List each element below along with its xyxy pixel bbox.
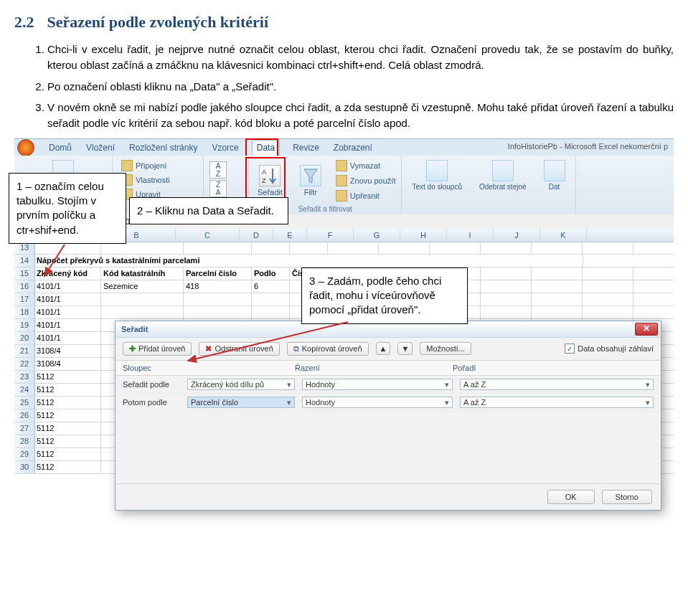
row1-column-select[interactable]: Zkrácený kód dílu pů <box>187 379 295 390</box>
col-g[interactable]: G <box>354 229 400 242</box>
cell[interactable] <box>583 242 633 254</box>
cell[interactable] <box>101 306 184 318</box>
sort-az-button[interactable]: AZ <box>209 161 227 179</box>
cell[interactable]: Parcelní číslo <box>184 267 252 280</box>
cell[interactable]: 5112 <box>34 461 101 473</box>
row-header[interactable]: 29 <box>14 448 34 461</box>
cell[interactable] <box>290 242 328 254</box>
cell[interactable] <box>184 306 252 318</box>
cell[interactable]: Sezemice <box>101 280 184 293</box>
cell[interactable]: 4101/1 <box>34 332 101 344</box>
row-header[interactable]: 28 <box>14 435 34 448</box>
cell[interactable]: 4101/1 <box>34 280 101 293</box>
cell[interactable]: 5112 <box>34 448 101 460</box>
row-header[interactable]: 23 <box>14 371 34 384</box>
cell[interactable]: 4101/1 <box>34 306 101 318</box>
cell[interactable]: 5112 <box>34 384 101 396</box>
row-header[interactable]: 20 <box>14 332 34 345</box>
cell[interactable] <box>184 293 252 305</box>
remove-duplicates-button[interactable]: Odebrat stejné <box>473 158 532 192</box>
cell[interactable] <box>532 280 583 293</box>
cell[interactable] <box>328 242 379 254</box>
row-header[interactable]: 24 <box>14 384 34 397</box>
move-down-button[interactable]: ▼ <box>397 342 413 355</box>
sort-za-button[interactable]: ZA <box>209 180 227 197</box>
tab-domu[interactable]: Domů <box>47 140 73 156</box>
row1-sorton-select[interactable]: Hodnoty <box>302 379 453 390</box>
col-k[interactable]: K <box>540 229 587 242</box>
row-header[interactable]: 27 <box>14 422 34 435</box>
cell[interactable]: 5112 <box>34 422 101 435</box>
cell[interactable] <box>101 293 184 305</box>
row-header[interactable]: 18 <box>14 306 34 319</box>
tab-rozlozeni[interactable]: Rozložení stránky <box>128 140 199 156</box>
cell[interactable]: 3108/4 <box>34 358 101 370</box>
table-title-cell[interactable]: Nápočet překryvů s katastrálními parcela… <box>34 255 583 267</box>
advanced-filter-button[interactable]: Upřesnit <box>333 189 399 203</box>
col-h[interactable]: H <box>400 229 447 242</box>
row-header[interactable]: 21 <box>14 345 34 358</box>
cell[interactable] <box>583 293 633 305</box>
cell[interactable] <box>532 242 583 254</box>
data-tools-more[interactable]: Dat <box>538 158 571 192</box>
cell[interactable]: 3108/4 <box>34 345 101 357</box>
row-header[interactable]: 22 <box>14 358 34 371</box>
cell[interactable]: 4101/1 <box>34 319 101 331</box>
cell[interactable] <box>583 267 633 280</box>
col-e[interactable]: E <box>273 229 307 242</box>
cell[interactable]: Podlo <box>252 267 290 280</box>
cell[interactable] <box>252 306 290 318</box>
properties-button[interactable]: Vlastnosti <box>118 173 197 187</box>
row-header[interactable]: 17 <box>14 293 34 306</box>
cell[interactable]: 5112 <box>34 435 101 447</box>
cell[interactable] <box>481 293 532 305</box>
cell[interactable] <box>430 242 481 254</box>
row2-order-select[interactable]: A až Z <box>460 397 654 408</box>
cell[interactable]: 5112 <box>34 409 101 422</box>
cell[interactable]: 4101/1 <box>34 293 101 305</box>
row-header[interactable]: 25 <box>14 397 34 409</box>
col-d[interactable]: D <box>240 229 273 242</box>
cell[interactable]: 5112 <box>34 397 101 409</box>
cell[interactable] <box>252 293 290 305</box>
cell[interactable]: 5112 <box>34 371 101 383</box>
tab-vzorce[interactable]: Vzorce <box>210 140 240 156</box>
copy-level-button[interactable]: ⧉ Kopírovat úroveň <box>287 342 369 356</box>
close-icon[interactable]: ✕ <box>635 323 658 336</box>
row1-order-select[interactable]: A až Z <box>460 379 654 390</box>
move-up-button[interactable]: ▲ <box>376 342 391 355</box>
ok-button[interactable]: OK <box>547 490 595 504</box>
row2-sorton-select[interactable]: Hodnoty <box>302 397 453 408</box>
cell[interactable] <box>532 306 583 318</box>
office-button-icon[interactable] <box>17 139 34 156</box>
cell[interactable]: 418 <box>184 280 252 293</box>
reapply-filter-button[interactable]: Znovu použít <box>333 174 399 188</box>
row-header[interactable]: 19 <box>14 319 34 332</box>
text-to-columns-button[interactable]: Text do sloupců <box>406 158 468 192</box>
cell[interactable] <box>532 293 583 305</box>
cell[interactable] <box>481 306 532 318</box>
options-button[interactable]: Možnosti... <box>420 342 471 355</box>
cell[interactable]: Zkrácený kód <box>34 267 101 280</box>
cell[interactable] <box>481 242 532 254</box>
filter-button[interactable]: Filtr <box>294 164 327 198</box>
add-level-button[interactable]: ✚ Přidat úroveň <box>123 342 192 356</box>
row-header[interactable]: 26 <box>14 409 34 422</box>
row2-column-select[interactable]: Parcelní číslo <box>187 397 295 408</box>
row-header[interactable]: 30 <box>14 461 34 474</box>
remove-level-button[interactable]: ✖ Odstranit úroveň <box>199 342 279 356</box>
col-i[interactable]: I <box>447 229 494 242</box>
cell[interactable]: 6 <box>252 280 290 293</box>
tab-vlozeni[interactable]: Vložení <box>85 140 116 156</box>
cell[interactable] <box>184 242 252 254</box>
row-header[interactable]: 16 <box>14 280 34 293</box>
clear-filter-button[interactable]: Vymazat <box>333 158 399 173</box>
connections-button[interactable]: Připojení <box>118 158 197 173</box>
col-c[interactable]: C <box>176 229 240 242</box>
tab-zobrazeni[interactable]: Zobrazení <box>332 140 374 156</box>
cell[interactable] <box>583 306 633 318</box>
row-header[interactable]: 14 <box>14 255 34 267</box>
cell[interactable] <box>252 242 290 254</box>
cell[interactable] <box>583 280 633 293</box>
cell[interactable]: Kód katastrálníh <box>101 267 184 280</box>
